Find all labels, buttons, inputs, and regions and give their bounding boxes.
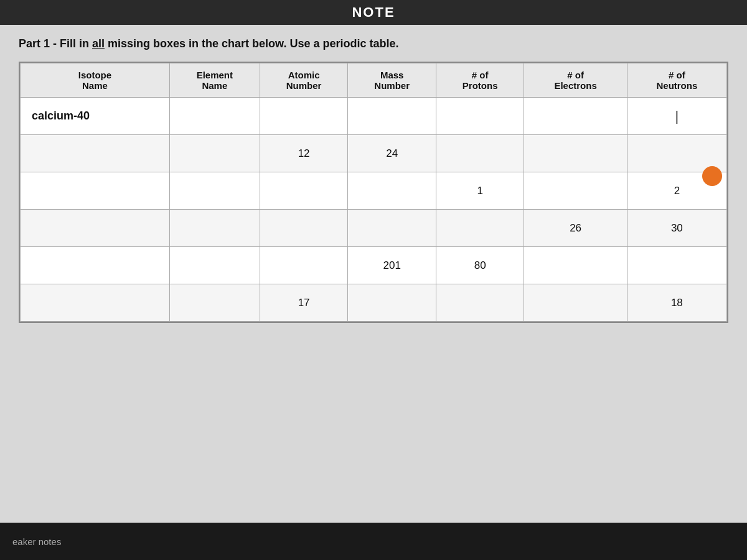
bottom-bar: eaker notes (0, 523, 747, 560)
col-element-name: ElementName (169, 63, 260, 98)
cell-protons-2[interactable] (436, 135, 524, 172)
cell-element-6[interactable] (169, 284, 260, 322)
cell-element-2[interactable] (169, 135, 260, 172)
cell-isotope-2[interactable] (21, 135, 170, 172)
table-container: IsotopeName ElementName AtomicNumber Mas… (19, 62, 728, 323)
speaker-notes-label: eaker notes (12, 536, 61, 547)
instructions: Part 1 - Fill in all missing boxes in th… (19, 37, 728, 50)
cell-protons-3[interactable]: 1 (436, 172, 524, 210)
cell-mass-6[interactable] (348, 284, 436, 322)
cell-neutrons-4[interactable]: 30 (627, 210, 726, 247)
main-content: Part 1 - Fill in all missing boxes in th… (0, 25, 747, 523)
cell-element-4[interactable] (169, 210, 260, 247)
table-row: 1 2 (21, 172, 727, 210)
table-row: 17 18 (21, 284, 727, 322)
cell-isotope-5[interactable] (21, 247, 170, 284)
cell-electrons-3[interactable] (524, 172, 627, 210)
table-header-row: IsotopeName ElementName AtomicNumber Mas… (21, 63, 727, 98)
cell-atomic-6[interactable]: 17 (260, 284, 348, 322)
cell-protons-4[interactable] (436, 210, 524, 247)
table-row: calcium-40 (21, 98, 727, 135)
cell-element-3[interactable] (169, 172, 260, 210)
cell-neutrons-1[interactable] (627, 98, 726, 135)
cell-protons-5[interactable]: 80 (436, 247, 524, 284)
col-num-protons: # ofProtons (436, 63, 524, 98)
cell-atomic-5[interactable] (260, 247, 348, 284)
cell-atomic-3[interactable] (260, 172, 348, 210)
cell-mass-1[interactable] (348, 98, 436, 135)
isotope-table: IsotopeName ElementName AtomicNumber Mas… (20, 63, 727, 322)
cell-element-1[interactable] (169, 98, 260, 135)
cell-electrons-5[interactable] (524, 247, 627, 284)
cell-neutrons-6[interactable]: 18 (627, 284, 726, 322)
cell-isotope-4[interactable] (21, 210, 170, 247)
cell-electrons-4[interactable]: 26 (524, 210, 627, 247)
cell-protons-6[interactable] (436, 284, 524, 322)
cell-electrons-1[interactable] (524, 98, 627, 135)
cell-electrons-2[interactable] (524, 135, 627, 172)
col-num-electrons: # ofElectrons (524, 63, 627, 98)
cell-atomic-4[interactable] (260, 210, 348, 247)
col-isotope-name: IsotopeName (21, 63, 170, 98)
col-atomic-number: AtomicNumber (260, 63, 348, 98)
cell-mass-5[interactable]: 201 (348, 247, 436, 284)
table-wrapper: IsotopeName ElementName AtomicNumber Mas… (19, 62, 728, 323)
cell-element-5[interactable] (169, 247, 260, 284)
cell-isotope-6[interactable] (21, 284, 170, 322)
cell-neutrons-5[interactable] (627, 247, 726, 284)
cell-mass-4[interactable] (348, 210, 436, 247)
table-row: 12 24 (21, 135, 727, 172)
orange-circle-decoration (702, 166, 722, 186)
cell-isotope-3[interactable] (21, 172, 170, 210)
cell-electrons-6[interactable] (524, 284, 627, 322)
cell-atomic-1[interactable] (260, 98, 348, 135)
table-row: 26 30 (21, 210, 727, 247)
cell-mass-3[interactable] (348, 172, 436, 210)
cell-atomic-2[interactable]: 12 (260, 135, 348, 172)
cell-protons-1[interactable] (436, 98, 524, 135)
col-mass-number: MassNumber (348, 63, 436, 98)
cell-mass-2[interactable]: 24 (348, 135, 436, 172)
col-num-neutrons: # ofNeutrons (627, 63, 726, 98)
cell-isotope-1[interactable]: calcium-40 (21, 98, 170, 135)
table-row: 201 80 (21, 247, 727, 284)
top-bar-text: NOTE (352, 4, 395, 21)
top-bar: NOTE (0, 0, 747, 25)
